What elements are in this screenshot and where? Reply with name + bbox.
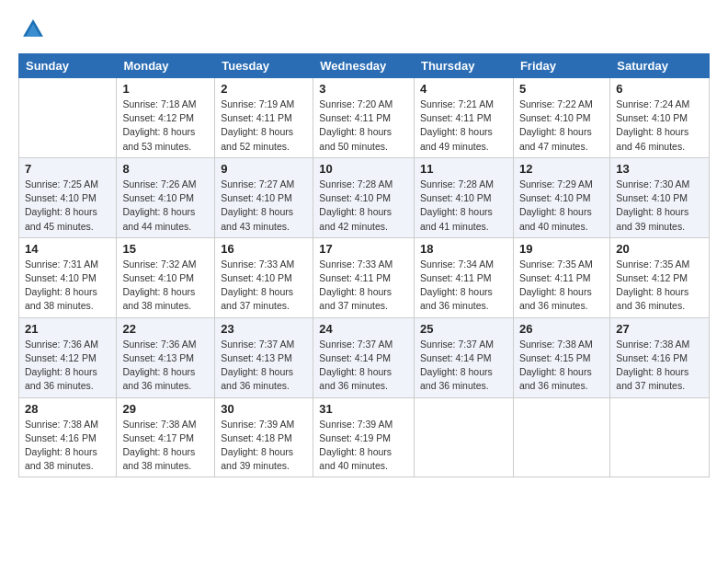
day-number: 4 — [420, 82, 507, 96]
day-number: 23 — [221, 322, 307, 336]
day-number: 19 — [519, 242, 604, 256]
day-number: 21 — [25, 322, 110, 336]
day-cell: 8 Sunrise: 7:26 AMSunset: 4:10 PMDayligh… — [117, 157, 215, 237]
day-number: 26 — [519, 322, 604, 336]
day-info: Sunrise: 7:39 AMSunset: 4:18 PMDaylight:… — [221, 418, 307, 474]
col-friday: Friday — [513, 54, 609, 78]
day-info: Sunrise: 7:20 AMSunset: 4:11 PMDaylight:… — [319, 98, 408, 154]
day-cell — [414, 397, 513, 477]
day-cell: 1 Sunrise: 7:18 AMSunset: 4:12 PMDayligh… — [117, 78, 215, 158]
day-cell: 26 Sunrise: 7:38 AMSunset: 4:15 PMDaylig… — [513, 317, 609, 397]
day-cell: 24 Sunrise: 7:37 AMSunset: 4:14 PMDaylig… — [313, 317, 415, 397]
day-info: Sunrise: 7:36 AMSunset: 4:13 PMDaylight:… — [122, 338, 209, 394]
day-cell: 27 Sunrise: 7:38 AMSunset: 4:16 PMDaylig… — [610, 317, 710, 397]
day-number: 14 — [25, 242, 110, 256]
header-row: Sunday Monday Tuesday Wednesday Thursday… — [19, 54, 710, 78]
day-number: 20 — [616, 242, 703, 256]
col-tuesday: Tuesday — [215, 54, 313, 78]
day-cell — [610, 397, 710, 477]
day-cell: 30 Sunrise: 7:39 AMSunset: 4:18 PMDaylig… — [215, 397, 313, 477]
day-number: 10 — [319, 162, 408, 176]
day-number: 6 — [616, 82, 703, 96]
day-number: 31 — [319, 402, 408, 416]
day-number: 5 — [519, 82, 604, 96]
day-info: Sunrise: 7:26 AMSunset: 4:10 PMDaylight:… — [122, 178, 209, 234]
day-cell: 19 Sunrise: 7:35 AMSunset: 4:11 PMDaylig… — [513, 237, 609, 317]
day-cell: 2 Sunrise: 7:19 AMSunset: 4:11 PMDayligh… — [215, 78, 313, 158]
logo — [18, 17, 46, 46]
day-info: Sunrise: 7:34 AMSunset: 4:11 PMDaylight:… — [420, 258, 507, 314]
day-cell: 15 Sunrise: 7:32 AMSunset: 4:10 PMDaylig… — [117, 237, 215, 317]
col-saturday: Saturday — [610, 54, 710, 78]
day-cell: 14 Sunrise: 7:31 AMSunset: 4:10 PMDaylig… — [19, 237, 117, 317]
day-number: 12 — [519, 162, 604, 176]
day-number: 8 — [122, 162, 209, 176]
day-cell: 10 Sunrise: 7:28 AMSunset: 4:10 PMDaylig… — [313, 157, 415, 237]
day-info: Sunrise: 7:38 AMSunset: 4:15 PMDaylight:… — [519, 338, 604, 394]
col-monday: Monday — [117, 54, 215, 78]
day-info: Sunrise: 7:30 AMSunset: 4:10 PMDaylight:… — [616, 178, 703, 234]
day-cell: 22 Sunrise: 7:36 AMSunset: 4:13 PMDaylig… — [117, 317, 215, 397]
day-number: 3 — [319, 82, 408, 96]
day-cell: 31 Sunrise: 7:39 AMSunset: 4:19 PMDaylig… — [313, 397, 415, 477]
day-info: Sunrise: 7:25 AMSunset: 4:10 PMDaylight:… — [25, 178, 110, 234]
day-number: 2 — [221, 82, 307, 96]
day-cell: 3 Sunrise: 7:20 AMSunset: 4:11 PMDayligh… — [313, 78, 415, 158]
day-info: Sunrise: 7:38 AMSunset: 4:17 PMDaylight:… — [122, 418, 209, 474]
day-cell: 23 Sunrise: 7:37 AMSunset: 4:13 PMDaylig… — [215, 317, 313, 397]
day-info: Sunrise: 7:37 AMSunset: 4:14 PMDaylight:… — [420, 338, 507, 394]
week-row-4: 21 Sunrise: 7:36 AMSunset: 4:12 PMDaylig… — [19, 317, 710, 397]
day-number: 1 — [122, 82, 209, 96]
day-info: Sunrise: 7:33 AMSunset: 4:10 PMDaylight:… — [221, 258, 307, 314]
day-info: Sunrise: 7:19 AMSunset: 4:11 PMDaylight:… — [221, 98, 307, 154]
day-info: Sunrise: 7:28 AMSunset: 4:10 PMDaylight:… — [319, 178, 408, 234]
col-thursday: Thursday — [414, 54, 513, 78]
day-cell: 5 Sunrise: 7:22 AMSunset: 4:10 PMDayligh… — [513, 78, 609, 158]
day-number: 9 — [221, 162, 307, 176]
day-info: Sunrise: 7:18 AMSunset: 4:12 PMDaylight:… — [122, 98, 209, 154]
day-info: Sunrise: 7:22 AMSunset: 4:10 PMDaylight:… — [519, 98, 604, 154]
day-number: 25 — [420, 322, 507, 336]
col-wednesday: Wednesday — [313, 54, 415, 78]
day-number: 7 — [25, 162, 110, 176]
day-info: Sunrise: 7:37 AMSunset: 4:13 PMDaylight:… — [221, 338, 307, 394]
day-number: 13 — [616, 162, 703, 176]
day-info: Sunrise: 7:27 AMSunset: 4:10 PMDaylight:… — [221, 178, 307, 234]
day-info: Sunrise: 7:29 AMSunset: 4:10 PMDaylight:… — [519, 178, 604, 234]
day-number: 30 — [221, 402, 307, 416]
day-info: Sunrise: 7:38 AMSunset: 4:16 PMDaylight:… — [616, 338, 703, 394]
day-number: 22 — [122, 322, 209, 336]
day-number: 29 — [122, 402, 209, 416]
day-cell: 17 Sunrise: 7:33 AMSunset: 4:11 PMDaylig… — [313, 237, 415, 317]
day-cell: 9 Sunrise: 7:27 AMSunset: 4:10 PMDayligh… — [215, 157, 313, 237]
week-row-5: 28 Sunrise: 7:38 AMSunset: 4:16 PMDaylig… — [19, 397, 710, 477]
day-info: Sunrise: 7:24 AMSunset: 4:10 PMDaylight:… — [616, 98, 703, 154]
day-cell: 6 Sunrise: 7:24 AMSunset: 4:10 PMDayligh… — [610, 78, 710, 158]
day-info: Sunrise: 7:35 AMSunset: 4:12 PMDaylight:… — [616, 258, 703, 314]
day-number: 27 — [616, 322, 703, 336]
day-cell: 28 Sunrise: 7:38 AMSunset: 4:16 PMDaylig… — [19, 397, 117, 477]
day-info: Sunrise: 7:31 AMSunset: 4:10 PMDaylight:… — [25, 258, 110, 314]
calendar-container: Sunday Monday Tuesday Wednesday Thursday… — [0, 0, 728, 487]
day-cell: 20 Sunrise: 7:35 AMSunset: 4:12 PMDaylig… — [610, 237, 710, 317]
day-number: 11 — [420, 162, 507, 176]
day-number: 28 — [25, 402, 110, 416]
week-row-3: 14 Sunrise: 7:31 AMSunset: 4:10 PMDaylig… — [19, 237, 710, 317]
day-info: Sunrise: 7:32 AMSunset: 4:10 PMDaylight:… — [122, 258, 209, 314]
day-cell: 16 Sunrise: 7:33 AMSunset: 4:10 PMDaylig… — [215, 237, 313, 317]
calendar-table: Sunday Monday Tuesday Wednesday Thursday… — [18, 53, 710, 477]
day-info: Sunrise: 7:35 AMSunset: 4:11 PMDaylight:… — [519, 258, 604, 314]
day-cell — [19, 78, 117, 158]
day-cell — [513, 397, 609, 477]
day-info: Sunrise: 7:21 AMSunset: 4:11 PMDaylight:… — [420, 98, 507, 154]
day-number: 16 — [221, 242, 307, 256]
day-info: Sunrise: 7:33 AMSunset: 4:11 PMDaylight:… — [319, 258, 408, 314]
day-info: Sunrise: 7:39 AMSunset: 4:19 PMDaylight:… — [319, 418, 408, 474]
week-row-1: 1 Sunrise: 7:18 AMSunset: 4:12 PMDayligh… — [19, 78, 710, 158]
day-cell: 21 Sunrise: 7:36 AMSunset: 4:12 PMDaylig… — [19, 317, 117, 397]
day-cell: 4 Sunrise: 7:21 AMSunset: 4:11 PMDayligh… — [414, 78, 513, 158]
day-info: Sunrise: 7:36 AMSunset: 4:12 PMDaylight:… — [25, 338, 110, 394]
day-info: Sunrise: 7:28 AMSunset: 4:10 PMDaylight:… — [420, 178, 507, 234]
day-cell: 13 Sunrise: 7:30 AMSunset: 4:10 PMDaylig… — [610, 157, 710, 237]
logo-icon — [20, 17, 46, 42]
